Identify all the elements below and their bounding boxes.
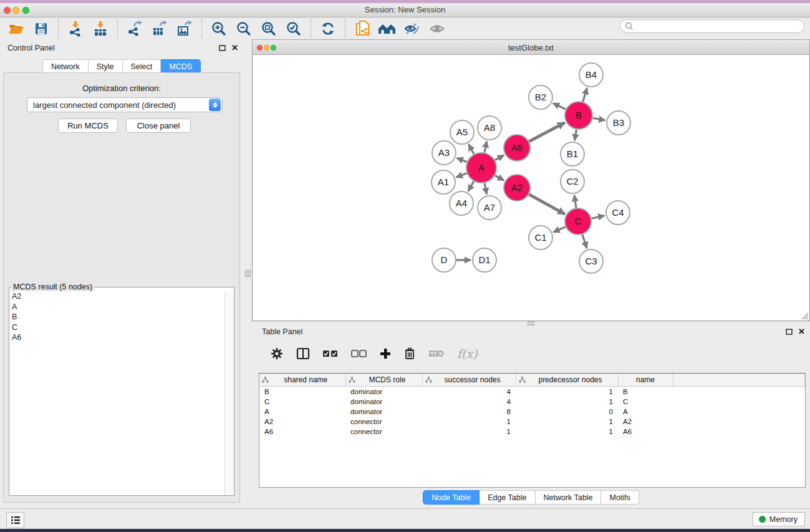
node-B4[interactable]: B4 xyxy=(579,63,603,87)
edge-C-C1[interactable] xyxy=(553,227,566,233)
table-cell[interactable]: A xyxy=(618,407,673,417)
table-cell[interactable]: dominator xyxy=(345,407,422,417)
table-cell[interactable]: A2 xyxy=(259,417,345,427)
tab-mcds[interactable]: MCDS xyxy=(161,59,201,74)
export-table-button[interactable] xyxy=(147,19,172,39)
mcds-result-item[interactable]: A xyxy=(9,302,225,312)
create-column-button[interactable] xyxy=(380,348,391,359)
table-cell[interactable]: connector xyxy=(345,417,422,427)
optimization-criterion-select[interactable]: largest connected component (directed) xyxy=(27,97,223,112)
table-cell[interactable]: dominator xyxy=(345,387,422,397)
edge-A-A5[interactable] xyxy=(469,144,475,154)
first-neighbors-button[interactable] xyxy=(375,19,400,39)
mcds-list-scrollbar[interactable] xyxy=(224,291,234,495)
zoom-selected-button[interactable] xyxy=(281,19,306,39)
column-header-MCDS-role[interactable]: MCDS role xyxy=(345,374,422,387)
table-cell[interactable]: 1 xyxy=(422,417,516,427)
table-cell[interactable]: dominator xyxy=(345,397,422,407)
node-B[interactable]: B xyxy=(565,102,592,129)
search-input[interactable] xyxy=(634,21,804,31)
hide-selected-button[interactable] xyxy=(400,19,425,39)
node-D1[interactable]: D1 xyxy=(473,248,496,272)
network-graph[interactable]: B4B2BB3A5A8A6A3B1AA1C2A2A4A7C4CC1C3DD1 xyxy=(253,55,809,320)
node-B3[interactable]: B3 xyxy=(607,111,630,135)
split-table-button[interactable] xyxy=(296,347,310,360)
table-cell[interactable]: 4 xyxy=(422,387,516,397)
table-cell[interactable]: B xyxy=(618,387,673,397)
node-C2[interactable]: C2 xyxy=(561,170,584,193)
tab-edge-table[interactable]: Edge Table xyxy=(480,490,535,505)
table-cell[interactable]: A6 xyxy=(618,427,673,437)
tab-motifs[interactable]: Motifs xyxy=(601,490,639,505)
node-A6[interactable]: A6 xyxy=(504,135,530,161)
network-window-titlebar[interactable]: testGlobe.txt xyxy=(252,39,810,55)
export-network-button[interactable] xyxy=(122,19,147,39)
deselect-all-columns-button[interactable] xyxy=(351,350,367,357)
splitter-grip[interactable] xyxy=(245,270,251,277)
table-cell[interactable]: B xyxy=(259,387,345,397)
column-header-predecessor-nodes[interactable]: predecessor nodes xyxy=(516,374,618,387)
network-canvas[interactable]: B4B2BB3A5A8A6A3B1AA1C2A2A4A7C4CC1C3DD1 xyxy=(252,55,810,321)
table-cell[interactable]: A6 xyxy=(259,427,345,437)
mcds-result-item[interactable]: A6 xyxy=(9,332,225,343)
import-table-button[interactable] xyxy=(88,19,113,39)
tab-select[interactable]: Select xyxy=(123,59,162,74)
table-cell[interactable]: A xyxy=(259,407,345,417)
mcds-result-item[interactable]: C xyxy=(9,322,225,333)
apply-function-button[interactable]: f(x) xyxy=(457,347,478,360)
table-cell[interactable]: connector xyxy=(345,427,422,437)
tab-style[interactable]: Style xyxy=(89,59,123,74)
zoom-in-button[interactable] xyxy=(206,19,231,39)
table-row[interactable]: Bdominator41B xyxy=(259,387,805,397)
edge-A2-C[interactable] xyxy=(529,195,565,215)
table-cell[interactable]: 1 xyxy=(516,417,618,427)
close-panel-button[interactable]: Close panel xyxy=(126,118,191,133)
tab-network-table[interactable]: Network Table xyxy=(536,490,602,505)
zoom-fit-button[interactable] xyxy=(256,19,281,39)
column-header-name[interactable]: name xyxy=(618,374,673,387)
edge-C-C2[interactable] xyxy=(574,195,576,208)
open-session-button[interactable] xyxy=(4,19,29,39)
import-network-button[interactable] xyxy=(63,19,88,39)
new-network-from-selection-button[interactable] xyxy=(350,19,375,39)
node-B2[interactable]: B2 xyxy=(529,85,552,109)
node-A[interactable]: A xyxy=(466,153,496,183)
show-panels-button[interactable] xyxy=(6,512,24,528)
table-cell[interactable]: 0 xyxy=(516,407,618,417)
node-C1[interactable]: C1 xyxy=(529,226,552,249)
edge-A-A1[interactable] xyxy=(456,173,467,177)
zoom-out-button[interactable] xyxy=(231,19,256,39)
memory-button[interactable]: Memory xyxy=(753,512,805,526)
table-cell[interactable]: 4 xyxy=(422,397,516,407)
table-cell[interactable]: 1 xyxy=(516,397,618,407)
close-panel-icon[interactable]: ✕ xyxy=(798,327,805,336)
refresh-button[interactable] xyxy=(316,19,340,39)
node-A4[interactable]: A4 xyxy=(450,191,473,215)
table-row[interactable]: A6connector11A6 xyxy=(259,427,805,437)
tab-network[interactable]: Network xyxy=(42,59,89,74)
edge-B-B4[interactable] xyxy=(583,88,587,102)
edge-B-B2[interactable] xyxy=(553,103,566,109)
float-window-icon[interactable] xyxy=(219,45,226,51)
node-C4[interactable]: C4 xyxy=(606,201,630,225)
delete-table-button[interactable] xyxy=(428,349,445,359)
tab-node-table[interactable]: Node Table xyxy=(423,490,480,505)
mcds-result-item[interactable]: A2 xyxy=(9,291,225,302)
column-header-successor-nodes[interactable]: successor nodes xyxy=(422,374,516,387)
table-cell[interactable]: 1 xyxy=(422,427,516,437)
edge-A-A2[interactable] xyxy=(495,175,504,180)
table-row[interactable]: Adominator80A xyxy=(259,407,805,417)
edge-B-B3[interactable] xyxy=(593,118,605,120)
column-header-shared-name[interactable]: shared name xyxy=(259,374,345,387)
export-image-button[interactable] xyxy=(172,19,197,39)
table-row[interactable]: Cdominator41C xyxy=(259,397,805,407)
resize-grip-icon[interactable] xyxy=(800,311,809,320)
edge-A-A7[interactable] xyxy=(485,183,487,194)
node-A3[interactable]: A3 xyxy=(432,141,456,165)
show-all-button[interactable] xyxy=(425,19,450,39)
run-mcds-button[interactable]: Run MCDS xyxy=(58,118,118,133)
table-cell[interactable]: 8 xyxy=(422,407,516,417)
select-all-columns-button[interactable] xyxy=(322,350,339,357)
table-cell[interactable]: C xyxy=(259,397,345,407)
edge-A-A4[interactable] xyxy=(468,181,474,191)
